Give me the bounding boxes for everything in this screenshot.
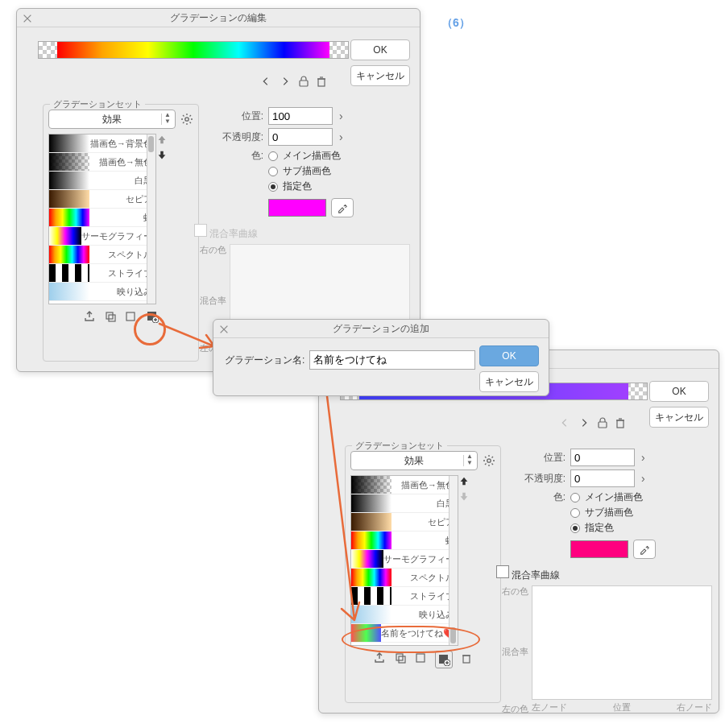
list-item[interactable]: 描画色→背景色 [49,134,155,153]
ok-button[interactable]: OK [479,345,539,366]
chevron-right-icon[interactable]: › [640,472,647,485]
next-icon[interactable] [278,76,292,89]
ok-button[interactable]: OK [649,381,709,402]
move-up-icon[interactable] [156,134,168,145]
gradient-set-select[interactable]: 効果 ▲▼ [350,451,478,470]
move-up-icon[interactable] [458,475,470,486]
color-swatch[interactable] [268,199,326,217]
curve-checkbox[interactable] [496,565,509,578]
list-item[interactable]: スペクトル [49,246,155,264]
list-item[interactable]: 映り込み [351,606,458,624]
gradient-preview-a[interactable] [38,41,349,59]
add-gradient-icon[interactable] [145,309,160,324]
new-icon[interactable] [124,309,139,324]
preset-label: セピア [89,193,155,205]
radio-specified-color[interactable] [570,523,580,533]
dialog-a-title: グラデーションの編集 [170,12,267,23]
ok-button[interactable]: OK [350,39,410,60]
list-item[interactable]: 虹 [49,209,155,227]
cancel-button[interactable]: キャンセル [649,407,709,428]
list-item[interactable]: 名前をつけてね❤️ [351,624,458,643]
color-swatch[interactable] [570,540,628,558]
curve-editor[interactable] [532,585,712,700]
preset-list-a[interactable]: 描画色→背景色 描画色→無色 白黒 セピア 虹 サーモグラフィー スペクトル ス… [48,134,156,304]
chevron-right-icon[interactable]: › [338,130,345,143]
gradient-set-label: グラデーションセット [50,98,145,110]
prev-icon[interactable] [557,417,572,431]
scrollbar[interactable] [449,476,458,645]
next-icon[interactable] [577,417,591,431]
list-item[interactable]: 虹 [351,532,458,550]
preset-label: 描画色→無色 [89,156,155,168]
curve-editor[interactable] [230,244,410,323]
cancel-button[interactable]: キャンセル [479,371,539,392]
svg-rect-18 [109,315,115,321]
lock-icon[interactable] [596,416,609,432]
svg-line-13 [183,122,184,124]
export-icon[interactable] [82,309,97,324]
add-gradient-icon[interactable] [435,651,453,668]
edit-gradient-dialog-b: 編集 OK キャンセル グラデーションセット 効果 ▲▼ 描画色→無色 白黒 [318,350,719,714]
radio-sub-color[interactable] [570,508,580,518]
position-input[interactable] [268,107,333,125]
left-color-label: 左の色 [496,703,532,715]
opacity-input[interactable] [570,469,635,487]
gradient-name-input[interactable] [309,350,475,370]
gear-icon[interactable] [483,454,495,467]
gear-icon[interactable] [180,113,193,126]
curve-checkbox[interactable] [194,224,207,237]
list-item[interactable]: 白黒 [49,172,155,190]
close-icon[interactable] [22,12,33,23]
new-icon[interactable] [414,651,429,665]
list-item[interactable]: サーモグラフィー [49,227,155,246]
svg-marker-16 [159,151,166,159]
svg-rect-41 [416,654,425,662]
list-item[interactable]: 白黒 [351,494,458,513]
position-input[interactable] [570,449,635,466]
list-item[interactable]: 映り込み [49,283,155,301]
trash-icon[interactable] [459,651,474,665]
list-item[interactable]: セピア [351,513,458,532]
radio-label: メイン描画色 [585,490,643,504]
list-item[interactable]: セピア [49,190,155,209]
list-item[interactable]: 描画色→無色 [351,476,458,494]
eyedropper-icon[interactable] [633,540,656,559]
radio-main-color[interactable] [268,151,278,161]
trash-icon[interactable] [315,75,328,90]
lock-icon[interactable] [297,75,310,90]
radio-sub-color[interactable] [268,167,278,176]
duplicate-icon[interactable] [103,309,118,324]
svg-point-28 [487,459,491,462]
radio-specified-color[interactable] [268,182,278,192]
preset-list-b[interactable]: 描画色→無色 白黒 セピア 虹 サーモグラフィー スペクトル ストライプ 映り込… [350,475,458,646]
svg-line-34 [492,464,494,465]
eyedropper-icon[interactable] [331,198,354,217]
svg-marker-37 [461,478,468,486]
move-down-icon[interactable] [156,150,168,161]
list-item[interactable]: ストライプ [351,587,458,606]
chevron-right-icon[interactable]: › [640,451,647,464]
list-item[interactable]: 描画色→無色 [49,153,155,172]
chevron-right-icon[interactable]: › [338,110,345,122]
preset-label: ストライプ [89,267,155,279]
gradient-set-select[interactable]: 効果 ▲▼ [48,110,176,129]
cancel-button[interactable]: キャンセル [350,65,410,86]
color-label: 色: [496,490,566,504]
trash-icon[interactable] [614,416,627,432]
move-down-icon[interactable] [458,491,470,503]
close-icon[interactable] [218,323,230,334]
export-icon[interactable] [372,651,387,665]
list-item[interactable]: ストライプ [49,264,155,283]
duplicate-icon[interactable] [393,651,408,665]
node-right-label: 右ノード [677,701,712,714]
list-item[interactable]: スペクトル [351,569,458,587]
list-item[interactable]: サーモグラフィー [351,550,458,569]
preset-label: 描画色→無色 [392,479,458,491]
gradient-bar-wrapper [38,41,349,59]
prev-icon[interactable] [259,76,273,89]
svg-line-33 [485,457,487,458]
preset-label: 白黒 [89,175,155,187]
scrollbar[interactable] [147,134,155,304]
radio-main-color[interactable] [570,493,580,503]
opacity-input[interactable] [268,128,333,146]
